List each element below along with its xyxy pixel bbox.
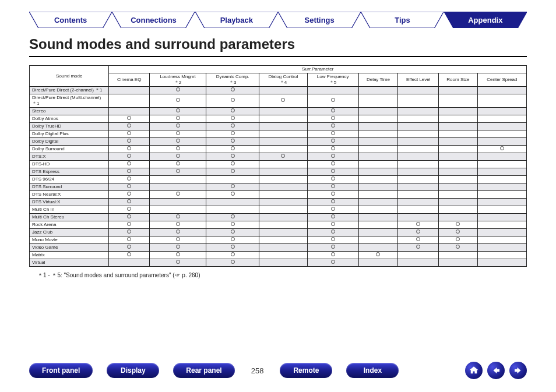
circle-icon (231, 237, 235, 241)
btn-rear-panel[interactable]: Rear panel (173, 363, 234, 378)
mode-cell: DTS:X (30, 153, 109, 161)
btn-index[interactable]: Index (346, 363, 399, 378)
cell (150, 176, 206, 183)
cell (398, 221, 439, 229)
cell (150, 221, 206, 229)
cell (150, 115, 206, 123)
cell (477, 176, 526, 183)
col-soundmode: Sound mode (30, 66, 109, 87)
tab-connections[interactable]: Connections (112, 12, 195, 28)
circle-icon (331, 116, 335, 120)
cell (439, 206, 477, 214)
home-icon[interactable] (465, 362, 483, 379)
cell (358, 191, 398, 199)
cell (439, 153, 477, 161)
cell (439, 94, 477, 108)
cell (398, 176, 439, 183)
cell (259, 108, 307, 115)
mode-cell: Jazz Club (30, 229, 109, 236)
cell (358, 176, 398, 183)
table-row: Stereo (30, 108, 527, 115)
tab-settings[interactable]: Settings (278, 12, 361, 28)
cell (398, 138, 439, 146)
circle-icon (176, 139, 180, 143)
circle-icon (176, 214, 180, 218)
mode-cell: Mono Movie (30, 236, 109, 244)
next-icon[interactable] (509, 362, 527, 379)
cell (259, 176, 307, 183)
cell (206, 130, 259, 138)
circle-icon (231, 260, 235, 264)
cell (206, 214, 259, 221)
cell (259, 252, 307, 259)
table-row: Rock Arena (30, 221, 527, 229)
cell (358, 123, 398, 130)
circle-icon (331, 184, 335, 188)
mode-cell: Dolby Digital Plus (30, 130, 109, 138)
cell (109, 146, 150, 153)
cell (259, 123, 307, 130)
col-6: Effect Level (398, 73, 439, 87)
tab-playback[interactable]: Playback (195, 12, 278, 28)
cell (477, 94, 526, 108)
cell (358, 229, 398, 236)
tab-appendix[interactable]: Appendix (444, 12, 527, 28)
circle-icon (176, 131, 180, 135)
cell (439, 108, 477, 115)
cell (307, 123, 358, 130)
cell (307, 94, 358, 108)
tab-tips[interactable]: Tips (361, 12, 444, 28)
cell (109, 115, 150, 123)
cell (109, 244, 150, 252)
circle-icon (231, 131, 235, 135)
tab-contents[interactable]: Contents (29, 12, 112, 28)
page-number: 258 (249, 366, 266, 375)
cell (307, 87, 358, 94)
circle-icon (231, 192, 235, 196)
cell (439, 138, 477, 146)
cell (150, 229, 206, 236)
cell (439, 236, 477, 244)
cell (477, 191, 526, 199)
cell (439, 191, 477, 199)
btn-front-panel[interactable]: Front panel (29, 363, 93, 378)
btn-display[interactable]: Display (107, 363, 159, 378)
cell (259, 236, 307, 244)
cell (358, 115, 398, 123)
cell (109, 221, 150, 229)
col-surrparam: Surr.Parameter (109, 66, 527, 73)
cell (439, 130, 477, 138)
cell (150, 138, 206, 146)
cell (398, 259, 439, 267)
mode-cell: Matrix (30, 252, 109, 259)
table-row: DTS:X (30, 153, 527, 161)
circle-icon (231, 154, 235, 158)
circle-icon (127, 222, 131, 226)
cell (477, 221, 526, 229)
table-row: DTS 96/24 (30, 176, 527, 183)
cell (477, 252, 526, 259)
cell (439, 123, 477, 130)
cell (398, 130, 439, 138)
col-0: Cinema EQ (109, 73, 150, 87)
cell (358, 183, 398, 191)
cell (439, 221, 477, 229)
cell (307, 130, 358, 138)
circle-icon (176, 161, 180, 165)
cell (259, 161, 307, 168)
cell (259, 130, 307, 138)
circle-icon (331, 237, 335, 241)
circle-icon (500, 146, 504, 150)
cell (477, 259, 526, 267)
prev-icon[interactable] (487, 362, 505, 379)
circle-icon (176, 229, 180, 234)
cell (206, 176, 259, 183)
cell (439, 214, 477, 221)
btn-remote[interactable]: Remote (280, 363, 332, 378)
cell (206, 236, 259, 244)
circle-icon (331, 146, 335, 150)
cell (439, 199, 477, 206)
cell (477, 108, 526, 115)
mode-cell: Direct/Pure Direct (2-channel) ＊1 (30, 87, 109, 94)
cell (307, 206, 358, 214)
